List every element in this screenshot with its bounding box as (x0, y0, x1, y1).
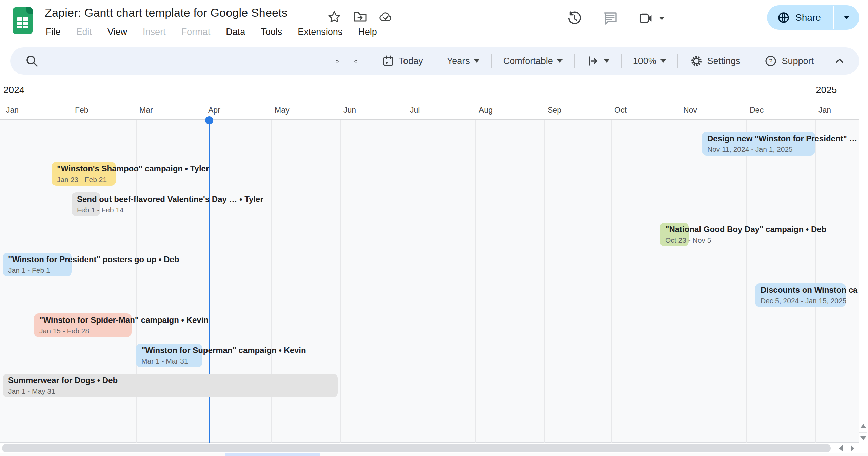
task-label-5: Discounts on Winston caDec 5, 2024 - Jan… (761, 285, 857, 305)
undo-icon[interactable] (329, 51, 345, 71)
scroll-right-button[interactable] (847, 444, 858, 453)
month-gridline-11 (746, 120, 747, 443)
settings-button[interactable]: Settings (684, 51, 747, 71)
search-icon[interactable] (24, 53, 40, 69)
menu-item-data[interactable]: Data (219, 24, 252, 40)
month-label-0: Jan (6, 106, 19, 115)
timeline-start-caret-icon (604, 59, 609, 63)
timeline-start-icon (586, 54, 600, 68)
task-label-4: "Winston for President" posters go up • … (8, 254, 179, 275)
task-label-7: "Winston for Superman" campaign • KevinM… (141, 345, 306, 366)
zoom-dropdown[interactable]: 100% (627, 51, 672, 71)
task-dates: Oct 23 - Nov 5 (665, 236, 826, 245)
support-help-icon: ? (764, 54, 777, 68)
vertical-scroll-down-button[interactable] (859, 432, 867, 444)
meet-video-icon[interactable] (638, 10, 654, 26)
today-dot[interactable] (205, 116, 213, 124)
task-title: Design new "Winston for President" … (707, 133, 857, 144)
task-title: "National Good Boy Day" campaign • Deb (665, 224, 826, 234)
zoom-level: 100% (633, 56, 656, 66)
range-dropdown[interactable]: Years (441, 51, 486, 71)
globe-icon (777, 11, 790, 24)
today-button[interactable]: Today (376, 51, 429, 71)
meet-caret-icon[interactable] (659, 17, 665, 20)
task-label-1: "Winston's Shampoo" campaign • TylerJan … (57, 164, 209, 184)
collapse-icon[interactable] (831, 53, 848, 69)
scroll-down-icon (860, 436, 866, 440)
menu-item-help[interactable]: Help (351, 24, 384, 40)
month-label-10: Nov (683, 106, 697, 115)
svg-text:?: ? (769, 58, 773, 65)
month-gridline-8 (544, 120, 545, 443)
toolbar-divider (752, 54, 752, 68)
task-label-2: Send out beef-flavored Valentine's Day …… (77, 194, 263, 214)
density-dropdown[interactable]: Comfortable (497, 51, 569, 71)
topbar-right-icons (566, 10, 665, 26)
horizontal-scrollbar-thumb[interactable] (2, 444, 831, 452)
task-title: Send out beef-flavored Valentine's Day …… (77, 194, 263, 204)
month-label-7: Aug (479, 106, 493, 115)
zoom-caret-icon (660, 59, 666, 63)
menu-item-edit[interactable]: Edit (69, 24, 99, 40)
menu-item-view[interactable]: View (100, 24, 134, 40)
cloud-saved-icon[interactable] (378, 9, 394, 25)
vertical-scroll-up-button[interactable] (859, 420, 867, 432)
menu-bar: FileEditViewInsertFormatDataToolsExtensi… (39, 24, 384, 40)
density-caret-icon (557, 59, 563, 63)
share-label: Share (795, 12, 821, 23)
sheets-logo[interactable] (13, 7, 33, 34)
right-gutter (859, 75, 868, 456)
range-label: Years (447, 56, 470, 66)
task-dates: Nov 11, 2024 - Jan 1, 2025 (707, 145, 857, 154)
document-title[interactable]: Zapier: Gantt chart template for Google … (45, 6, 288, 19)
menu-item-file[interactable]: File (39, 24, 68, 40)
share-button[interactable]: Share (767, 5, 859, 30)
month-label-5: Jun (343, 106, 356, 115)
month-gridline-7 (475, 120, 476, 443)
toolbar-controls: Today Years Comfortable 100% (329, 51, 848, 71)
month-label-3: Apr (208, 106, 220, 115)
month-label-4: May (275, 106, 289, 115)
month-label-2: Mar (139, 106, 153, 115)
support-button[interactable]: ? Support (758, 51, 820, 71)
month-label-1: Feb (75, 106, 88, 115)
active-sheet-tab-sliver[interactable] (225, 453, 320, 456)
task-label-0: Design new "Winston for President" …Nov … (707, 133, 857, 154)
comments-icon[interactable] (602, 10, 618, 26)
menu-item-insert[interactable]: Insert (136, 24, 173, 40)
toolbar-divider (491, 54, 492, 68)
share-dropdown[interactable] (834, 16, 859, 19)
settings-gear-icon (690, 54, 703, 68)
task-title: "Winston for Spider-Man" campaign • Kevi… (39, 315, 209, 325)
toolbar-divider (621, 54, 622, 68)
timeline-start-dropdown[interactable] (580, 51, 615, 71)
scroll-up-icon (860, 424, 866, 428)
timeline-toolbar: Today Years Comfortable 100% (10, 47, 859, 75)
menu-item-extensions[interactable]: Extensions (291, 24, 350, 40)
share-caret-icon (844, 16, 849, 19)
task-dates: Jan 23 - Feb 21 (57, 175, 209, 184)
month-gridline-10 (680, 120, 680, 443)
month-label-12: Jan (818, 106, 831, 115)
redo-icon[interactable] (348, 51, 364, 71)
task-dates: Mar 1 - Mar 31 (141, 357, 306, 366)
move-folder-icon[interactable] (352, 9, 368, 25)
toolbar-divider (435, 54, 435, 68)
task-title: "Winston's Shampoo" campaign • Tyler (57, 164, 209, 174)
menu-item-format[interactable]: Format (174, 24, 218, 40)
share-main[interactable]: Share (767, 11, 833, 24)
task-dates: Dec 5, 2024 - Jan 15, 2025 (761, 296, 857, 305)
star-icon[interactable] (326, 9, 342, 25)
year-label-2025: 2025 (816, 85, 837, 96)
menu-item-tools[interactable]: Tools (254, 24, 289, 40)
month-gridline-12 (815, 120, 816, 443)
toolbar-divider (574, 54, 575, 68)
task-label-6: "Winston for Spider-Man" campaign • Kevi… (39, 315, 209, 335)
version-history-icon[interactable] (566, 10, 583, 26)
today-label: Today (399, 56, 423, 66)
task-title: Discounts on Winston ca (761, 285, 857, 295)
scroll-left-icon (839, 445, 843, 451)
scroll-left-button[interactable] (835, 444, 846, 453)
month-gridline-6 (407, 120, 407, 443)
task-dates: Jan 1 - May 31 (8, 387, 118, 396)
